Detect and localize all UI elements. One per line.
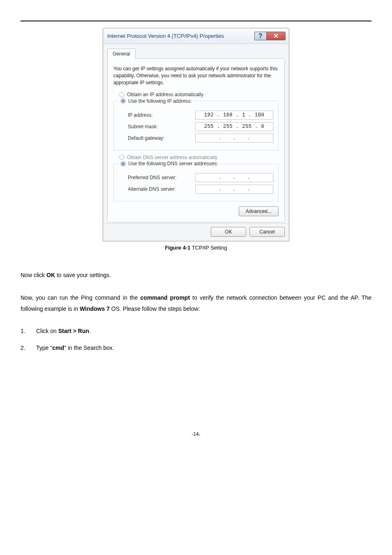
radio-obtain-ip-auto[interactable]: Obtain an IP address automatically <box>119 92 279 97</box>
paragraph-ping: Now, you can run the Ping command in the… <box>21 292 371 314</box>
ip-address-value: 192 . 168 . 1 . 100 <box>204 112 264 118</box>
radio-label: Use the following DNS server addresses: <box>128 161 218 166</box>
default-gateway-label: Default gateway: <box>128 135 195 141</box>
page-number: -14- <box>21 431 371 445</box>
radio-icon <box>120 98 126 104</box>
cancel-button[interactable]: Cancel <box>249 227 285 237</box>
step-2: 2. Type "cmd" in the Search box. <box>21 342 371 354</box>
default-gateway-input[interactable]: ... <box>195 134 273 143</box>
figure-number: Figure 4-1 <box>165 245 190 251</box>
ip-address-label: IP address: <box>128 112 195 118</box>
subnet-mask-label: Subnet mask: <box>128 124 195 130</box>
dns-group: Use the following DNS server addresses: … <box>113 164 279 202</box>
dialog-titlebar: Internet Protocol Version 4 (TCP/IPv4) P… <box>103 28 289 44</box>
radio-use-following-dns[interactable]: Use the following DNS server addresses: <box>119 161 220 166</box>
paragraph-save: Now click OK to save your settings. <box>21 270 371 281</box>
subnet-mask-value: 255 . 255 . 255 . 0 <box>204 124 264 130</box>
radio-icon <box>119 92 125 97</box>
subnet-mask-input[interactable]: 255 . 255 . 255 . 0 <box>195 122 273 131</box>
radio-obtain-dns-auto: Obtain DNS server address automatically <box>119 155 279 160</box>
close-icon[interactable]: ✕ <box>267 32 286 40</box>
figure-caption: Figure 4-1 TCP/IP Setting <box>21 245 371 251</box>
dialog-footer: OK Cancel <box>103 223 289 241</box>
ip-address-input[interactable]: 192 . 168 . 1 . 100 <box>195 111 273 120</box>
radio-use-following-ip[interactable]: Use the following IP address: <box>119 98 194 104</box>
tab-general[interactable]: General <box>107 49 136 59</box>
ipv4-properties-dialog: Internet Protocol Version 4 (TCP/IPv4) P… <box>103 28 289 241</box>
radio-label: Obtain an IP address automatically <box>127 92 203 97</box>
alternate-dns-input[interactable]: ... <box>195 185 273 194</box>
radio-label: Obtain DNS server address automatically <box>127 155 217 160</box>
tab-panel-general: You can get IP settings assigned automat… <box>107 58 285 222</box>
ip-address-group: Use the following IP address: IP address… <box>113 101 279 150</box>
radio-icon <box>119 155 125 160</box>
radio-label: Use the following IP address: <box>128 98 192 104</box>
advanced-button[interactable]: Advanced... <box>239 206 279 216</box>
preferred-dns-label: Preferred DNS server: <box>128 175 195 180</box>
ok-button[interactable]: OK <box>211 227 246 237</box>
page-rule <box>21 21 371 21</box>
help-icon[interactable]: ? <box>254 32 267 40</box>
step-1: 1. Click on Start > Run. <box>21 326 371 337</box>
figure-text: TCP/IP Setting <box>191 245 227 251</box>
preferred-dns-input[interactable]: ... <box>195 173 273 182</box>
dialog-title: Internet Protocol Version 4 (TCP/IPv4) P… <box>107 33 224 39</box>
alternate-dns-label: Alternate DNS server: <box>128 186 195 192</box>
description-text: You can get IP settings assigned automat… <box>113 65 279 86</box>
radio-icon <box>120 161 126 166</box>
document-body: Now click OK to save your settings. Now,… <box>21 270 371 353</box>
